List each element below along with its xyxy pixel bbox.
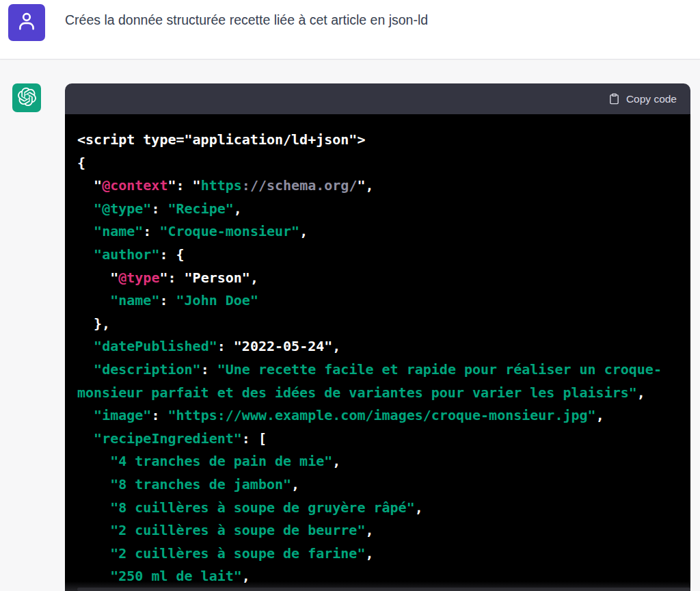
code-token: ": " (167, 177, 200, 194)
code-line: "name": "Croque-monsieur", (77, 220, 678, 244)
code-token: , (365, 545, 373, 562)
code-line: "description": "Une recette facile et ra… (77, 358, 678, 382)
code-token: , (299, 223, 308, 239)
code-token: "Croque-monsieur" (159, 223, 299, 239)
chat-screen: Crées la donnée structurée recette liée … (0, 0, 700, 591)
code-token: "name" (94, 223, 143, 239)
user-message-text: Crées la donnée structurée recette liée … (65, 10, 428, 29)
code-token: "datePublished" (94, 338, 217, 354)
code-token: }, (77, 315, 110, 332)
code-token: @type (118, 270, 159, 286)
code-token (77, 522, 110, 538)
code-line: "recipeIngredient": [ (77, 428, 678, 451)
user-icon (16, 10, 38, 35)
code-line: "2 cuillères à soupe de farine", (77, 542, 678, 566)
code-token (77, 223, 94, 239)
horizontal-scrollbar[interactable] (77, 588, 690, 591)
code-token: "author" (94, 246, 159, 263)
code-token: , (332, 453, 340, 469)
code-token: , (242, 568, 250, 584)
copy-code-button[interactable]: Copy code (608, 92, 677, 105)
code-token: , (234, 200, 242, 217)
user-message-row: Crées la donnée structurée recette liée … (0, 0, 700, 60)
code-token: "recipeIngredient" (94, 430, 242, 447)
code-token: "image" (94, 407, 151, 423)
code-line: "@type": "Recipe", (77, 198, 678, 221)
code-token: : (151, 200, 167, 217)
code-token: "Une recette facile et rapide pour réali… (217, 361, 662, 378)
assistant-avatar (12, 83, 41, 112)
code-line: "@context": "https://schema.org/", (77, 174, 678, 198)
openai-logo-icon (18, 88, 36, 109)
code-token: "250 ml de lait" (110, 568, 242, 584)
code-token: "2 cuillères à soupe de beurre" (110, 522, 365, 538)
code-line: "250 ml de lait", (77, 565, 678, 588)
assistant-message-row: Copy code <script type="application/ld+j… (0, 60, 700, 591)
code-token: : (143, 223, 159, 239)
code-token (77, 200, 94, 217)
code-token: " (77, 270, 118, 286)
code-token (77, 292, 110, 308)
code-token (77, 499, 110, 516)
code-line: "name": "John Doe" (77, 289, 678, 313)
code-block: Copy code <script type="application/ld+j… (65, 83, 690, 591)
code-token: : "2022-05-24", (217, 338, 341, 354)
code-token: @context (102, 177, 167, 194)
code-line: "author": { (77, 244, 678, 267)
code-token: : (159, 292, 176, 308)
code-line: <script type="application/ld+json"> (77, 129, 678, 152)
code-token: ", (357, 177, 373, 194)
code-token: , (291, 476, 299, 492)
code-token: "2 cuillères à soupe de farine" (110, 545, 365, 562)
clipboard-icon (608, 92, 620, 105)
code-token: " (77, 177, 102, 194)
code-line: "2 cuillères à soupe de beurre", (77, 519, 678, 542)
code-token (77, 568, 110, 584)
code-token: , (415, 499, 423, 516)
code-token: ://schema.org/ (242, 177, 358, 194)
code-line: "@type": "Person", (77, 267, 678, 290)
code-token: : (151, 407, 167, 423)
code-token (77, 545, 110, 562)
code-token: "description" (94, 361, 201, 378)
code-token: "8 cuillères à soupe de gruyère râpé" (110, 499, 415, 516)
code-block-header: Copy code (65, 83, 690, 114)
code-token (77, 246, 94, 263)
code-token: : (201, 361, 217, 378)
code-token (77, 338, 94, 354)
code-token (77, 430, 94, 447)
code-area[interactable]: <script type="application/ld+json">{ "@c… (65, 114, 690, 591)
code-token: monsieur parfait et des idées de variant… (77, 384, 637, 401)
code-token: "@type" (94, 200, 151, 217)
code-token (77, 361, 94, 378)
code-token: , (637, 384, 645, 401)
user-avatar (8, 4, 45, 41)
code-line: monsieur parfait et des idées de variant… (77, 382, 678, 405)
code-token: , (596, 407, 604, 423)
code-lines: <script type="application/ld+json">{ "@c… (77, 129, 678, 588)
code-token: "name" (110, 292, 159, 308)
code-token: "8 tranches de jambon" (110, 476, 291, 492)
code-token: : [ (242, 430, 267, 447)
code-token: : { (159, 246, 184, 263)
code-line: "datePublished": "2022-05-24", (77, 335, 678, 358)
code-line: }, (77, 313, 678, 336)
code-token (77, 453, 110, 469)
code-line: "4 tranches de pain de mie", (77, 450, 678, 473)
code-token (77, 407, 94, 423)
code-token: "John Doe" (176, 292, 258, 308)
code-token: { (77, 155, 85, 171)
code-token: "https://www.example.com/images/croque-m… (167, 407, 595, 423)
code-token: "4 tranches de pain de mie" (110, 453, 332, 469)
copy-code-label: Copy code (626, 93, 677, 105)
code-line: { (77, 152, 678, 175)
code-token (77, 476, 110, 492)
code-line: "8 tranches de jambon", (77, 473, 678, 497)
code-token: <script type="application/ld+json"> (77, 131, 365, 148)
code-token: , (365, 522, 373, 538)
code-token: "Recipe" (167, 200, 233, 217)
code-token: ": "Person", (159, 270, 258, 286)
code-line: "8 cuillères à soupe de gruyère râpé", (77, 497, 678, 520)
code-token: https (201, 177, 242, 194)
code-line: "image": "https://www.example.com/images… (77, 404, 678, 428)
